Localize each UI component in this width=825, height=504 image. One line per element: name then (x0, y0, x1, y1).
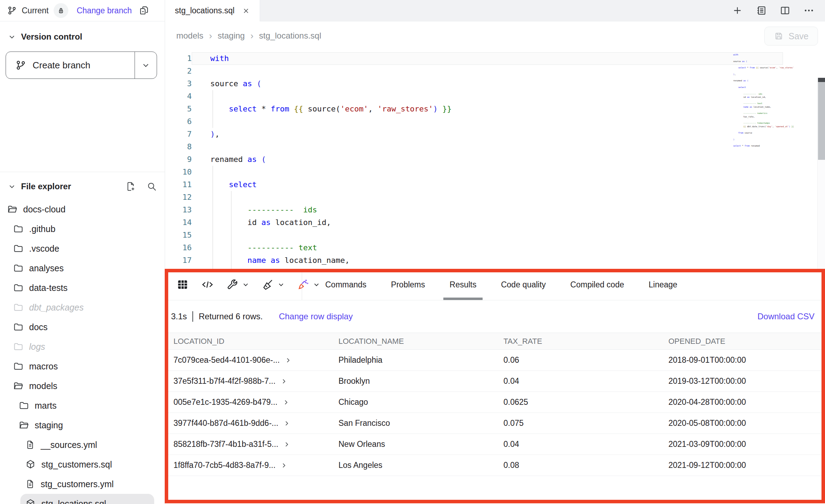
results-row[interactable]: 3977f440-b87d-461b-9dd6-...San Francisco… (165, 413, 825, 434)
code-line[interactable]: 9renamed as ( (165, 153, 825, 166)
results-cell: Los Angeles (330, 455, 495, 476)
breadcrumb-segment[interactable]: stg_locations.sql (259, 31, 321, 41)
code-line[interactable]: 10 (165, 166, 825, 178)
results-cell: 2020-05-08T00:00:00 (660, 413, 825, 434)
code-icon[interactable] (201, 278, 214, 291)
code-line[interactable]: 15 (165, 229, 825, 241)
file-tree-item[interactable]: stg_customers.sql (0, 455, 165, 474)
broom-icon (261, 278, 274, 291)
file-tree-item[interactable]: .vscode (0, 239, 165, 258)
scrollbar-thumb[interactable] (818, 82, 825, 160)
notebook-icon[interactable] (756, 5, 767, 16)
file-tree-item[interactable]: models (0, 376, 165, 396)
code-line[interactable]: 17 name as location_name, (165, 254, 825, 267)
results-grid-icon[interactable] (176, 278, 189, 291)
split-editor-icon[interactable] (779, 5, 791, 16)
expand-row-icon[interactable] (282, 399, 289, 406)
expand-row-icon[interactable] (283, 441, 290, 448)
tab-close-icon[interactable] (242, 7, 250, 15)
build-tools-dropdown[interactable] (226, 278, 250, 291)
minimap[interactable]: with source as ( select * from {{ source… (733, 53, 793, 148)
results-row[interactable]: 37e5f311-b7f4-4f2f-988b-7...Brooklyn0.04… (165, 371, 825, 392)
line-content: select (192, 178, 783, 191)
chevron-down-icon[interactable] (8, 182, 16, 191)
minimap-line (733, 98, 793, 102)
code-line[interactable]: 14 id as location_id, (165, 216, 825, 229)
expand-row-icon[interactable] (283, 420, 290, 427)
panel-tab-commands[interactable]: Commands (325, 269, 367, 300)
download-csv-link[interactable]: Download CSV (757, 312, 814, 321)
code-line[interactable]: 5 select * from {{ source('ecom', 'raw_s… (165, 103, 825, 115)
editor-scrollbar[interactable] (817, 78, 825, 269)
code-line[interactable]: 7), (165, 128, 825, 141)
code-line[interactable]: 4 (165, 90, 825, 103)
panel-tab-lineage[interactable]: Lineage (648, 269, 678, 300)
code-line[interactable]: 16 ---------- text (165, 241, 825, 254)
file-tree-item[interactable]: staging (0, 415, 165, 435)
results-row[interactable]: 1f8ffa70-7cb5-4d83-8a7f-9...Los Angeles0… (165, 455, 825, 476)
code-line[interactable]: 18 (165, 267, 825, 269)
indent-guide (212, 204, 213, 216)
results-row[interactable]: 005e7e1c-1935-4269-b479...Chicago0.06252… (165, 392, 825, 413)
file-tree-item[interactable]: docs (0, 317, 165, 337)
file-tree-item[interactable]: docs-cloud (0, 199, 165, 219)
line-number: 10 (165, 166, 192, 178)
change-row-display-link[interactable]: Change row display (279, 312, 353, 321)
code-line[interactable]: 8 (165, 141, 825, 153)
editor-tab[interactable]: stg_locations.sql (165, 0, 260, 21)
change-branch-link[interactable]: Change branch (77, 6, 132, 15)
panel-tab-code-quality[interactable]: Code quality (500, 269, 546, 300)
wrench-icon (226, 278, 239, 291)
expand-row-icon[interactable] (280, 462, 287, 469)
file-tree-item[interactable]: analyses (0, 258, 165, 278)
results-row[interactable]: 858218fb-73f7-4b1b-a31f-5...New Orleans0… (165, 434, 825, 455)
file-tree-item[interactable]: __sources.yml (0, 435, 165, 455)
create-branch-button[interactable]: Create branch (6, 52, 157, 79)
code-line[interactable]: 2 (165, 65, 825, 77)
file-tree-item[interactable]: .github (0, 219, 165, 239)
file-tree-item[interactable]: stg_customers.yml (0, 474, 165, 494)
indent-guide (212, 191, 213, 204)
results-meta-row: 3.1s Returned 6 rows. Change row display… (165, 300, 825, 333)
results-cell: 005e7e1c-1935-4269-b479... (165, 392, 330, 413)
save-button[interactable]: Save (764, 27, 818, 46)
breadcrumb-segment[interactable]: staging (218, 31, 245, 41)
panel-tab-results[interactable]: Results (449, 269, 477, 300)
file-tree-item[interactable]: macros (0, 356, 165, 376)
file-tree-item[interactable]: logs (0, 337, 165, 356)
more-options-icon[interactable] (803, 5, 814, 16)
folder-icon (13, 224, 23, 234)
create-branch-dropdown[interactable] (135, 52, 157, 79)
panel-tab-problems[interactable]: Problems (390, 269, 426, 300)
file-tree-item[interactable]: stg_locations.sql (20, 494, 154, 504)
file-tree-item[interactable]: data-tests (0, 278, 165, 298)
file-tree-item[interactable]: marts (0, 396, 165, 415)
current-branch-label: Current (22, 6, 49, 15)
breadcrumb-segment[interactable]: models (176, 31, 203, 41)
code-editor[interactable]: 1with23source as (45 select * from {{ so… (165, 50, 825, 269)
minimap-line (733, 118, 793, 121)
copy-icon[interactable] (139, 5, 149, 16)
file-tree-item[interactable]: dbt_packages (0, 298, 165, 317)
new-file-icon[interactable] (125, 181, 136, 192)
search-icon[interactable] (146, 181, 157, 192)
panel-tab-compiled-code[interactable]: Compiled code (570, 269, 625, 300)
new-tab-icon[interactable] (732, 5, 743, 16)
expand-row-icon[interactable] (280, 378, 287, 385)
code-line[interactable]: 3source as ( (165, 77, 825, 90)
folder-icon (13, 322, 23, 332)
code-line[interactable]: 1with (165, 52, 825, 65)
code-line[interactable]: 6 (165, 115, 825, 128)
code-line[interactable]: 13 ---------- ids (165, 204, 825, 216)
results-table-header: LOCATION_IDLOCATION_NAMETAX_RATEOPENED_D… (165, 333, 825, 350)
indent-guide (212, 216, 213, 229)
code-line[interactable]: 12 (165, 191, 825, 204)
editor-tab-title: stg_locations.sql (175, 6, 234, 15)
code-line[interactable]: 11 select (165, 178, 825, 191)
ai-fix-dropdown[interactable] (297, 278, 320, 291)
format-dropdown[interactable] (261, 278, 285, 291)
file-tree-label: staging (35, 420, 63, 430)
results-row[interactable]: 7c079cea-5ed4-4101-906e-...Philadelphia0… (165, 350, 825, 371)
chevron-down-icon[interactable] (8, 33, 16, 41)
expand-row-icon[interactable] (285, 357, 292, 364)
